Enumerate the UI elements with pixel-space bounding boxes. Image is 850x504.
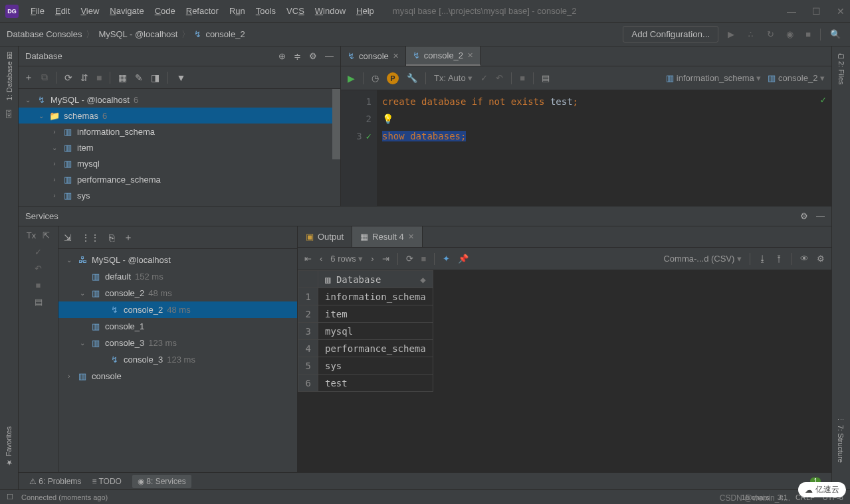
services-tree-row[interactable]: ⌄ 🖧 MySQL - @localhost: [58, 252, 297, 268]
tx-mode-dropdown[interactable]: Tx: Auto ▾: [434, 73, 473, 83]
schema-node[interactable]: ›▥performance_schema: [19, 171, 340, 187]
schema-dropdown[interactable]: ▥ information_schema ▾: [666, 73, 761, 83]
close-icon[interactable]: ✕: [467, 51, 473, 60]
table-icon[interactable]: ▦: [118, 72, 127, 83]
menu-run[interactable]: Run: [224, 3, 251, 19]
stop-icon[interactable]: ■: [520, 73, 525, 83]
close-icon[interactable]: ✕: [393, 52, 399, 60]
breadcrumb-c[interactable]: console_2: [205, 29, 245, 39]
chevron-down-icon[interactable]: ⌄: [37, 112, 45, 120]
chevron-down-icon[interactable]: ⌄: [51, 144, 58, 151]
hide-icon[interactable]: —: [325, 51, 334, 61]
download-icon[interactable]: ⭳: [758, 254, 767, 264]
editor-body[interactable]: 1 2 3✓ create database if not exists tes…: [341, 90, 831, 206]
settings-icon[interactable]: ⚙: [817, 254, 825, 264]
rollback-icon[interactable]: ↶: [35, 264, 42, 274]
menu-help[interactable]: Help: [351, 3, 379, 19]
maximize-button[interactable]: ☐: [812, 6, 821, 17]
pending-icon[interactable]: P: [387, 72, 399, 84]
cell[interactable]: sys: [318, 357, 433, 375]
chevron-right-icon[interactable]: ›: [51, 160, 58, 167]
coverage-icon[interactable]: ↻: [764, 28, 777, 41]
gear-icon[interactable]: ⚙: [800, 211, 808, 221]
database-tree[interactable]: ⌄ ↯ MySQL - @localhost 6 ⌄ 📁 schemas 6 ›…: [19, 89, 340, 206]
upload-icon[interactable]: ⭱: [775, 254, 784, 264]
export-format-dropdown[interactable]: Comma-...d (CSV) ▾: [663, 254, 742, 264]
inspection-ok-icon[interactable]: ✓: [821, 94, 826, 105]
editor-tab-console2[interactable]: ↯ console_2 ✕: [406, 46, 480, 66]
tab-problems[interactable]: ⚠ 6: Problems: [29, 477, 81, 486]
debug-icon[interactable]: ⛬: [744, 28, 758, 41]
tool-files[interactable]: 🗀 2: Files: [837, 52, 845, 85]
results-grid[interactable]: ▥ Database◆ 1information_schema2item3mys…: [298, 270, 831, 489]
chevron-right-icon[interactable]: ›: [51, 128, 58, 135]
target-icon[interactable]: ⊕: [278, 51, 286, 61]
console-icon[interactable]: ◨: [151, 72, 159, 83]
tx-icon[interactable]: Tx: [27, 230, 36, 240]
cell[interactable]: item: [318, 305, 433, 323]
profile-icon[interactable]: ◉: [784, 28, 796, 41]
schema-node[interactable]: ⌄▥item: [19, 139, 340, 155]
bulb-icon[interactable]: 💡: [382, 114, 393, 124]
menu-window[interactable]: Window: [310, 3, 351, 19]
rollback-icon[interactable]: ↶: [496, 73, 503, 83]
commit-icon[interactable]: ✓: [480, 73, 488, 83]
stop-icon[interactable]: ■: [803, 28, 813, 41]
search-icon[interactable]: 🔍: [827, 28, 843, 41]
scrollbar[interactable]: [332, 89, 340, 159]
tree-expander[interactable]: ⌄: [65, 256, 73, 264]
edit-icon[interactable]: ✎: [135, 72, 143, 83]
tab-output[interactable]: ▣Output: [298, 226, 352, 247]
chevron-right-icon[interactable]: ›: [51, 176, 58, 183]
stop-icon[interactable]: ■: [96, 72, 102, 83]
services-tree-row[interactable]: ↯ console_3 123 ms: [58, 351, 297, 368]
execute-icon[interactable]: ▶: [348, 73, 355, 84]
services-tree-row[interactable]: ⌄ ▥ console_2 48 ms: [58, 285, 297, 301]
add-icon[interactable]: ＋: [124, 232, 133, 244]
datasource-icon[interactable]: 🗄: [5, 110, 13, 120]
first-page-icon[interactable]: ⇤: [304, 254, 312, 264]
rows-count[interactable]: 6 rows ▾: [330, 254, 363, 264]
editor-tab-console[interactable]: ↯ console ✕: [341, 46, 406, 66]
tree-expander[interactable]: ›: [65, 373, 73, 380]
schema-node[interactable]: ›▥mysql: [19, 155, 340, 171]
cell[interactable]: information_schema: [318, 288, 433, 305]
services-tree-row[interactable]: ▥ default 152 ms: [58, 268, 297, 285]
services-tree[interactable]: ⌄ 🖧 MySQL - @localhost ▥ default 152 ms⌄…: [58, 249, 297, 489]
menu-navigate[interactable]: Navigate: [104, 3, 149, 19]
compare-icon[interactable]: ✦: [443, 254, 450, 264]
services-tree-row[interactable]: › ▥ console: [58, 368, 297, 384]
prev-page-icon[interactable]: ‹: [320, 254, 322, 264]
menu-code[interactable]: Code: [150, 3, 181, 19]
run-icon[interactable]: ▶: [725, 28, 737, 41]
wrench-icon[interactable]: 🔧: [407, 73, 417, 83]
add-icon[interactable]: ＋: [24, 72, 33, 84]
menu-edit[interactable]: Edit: [50, 3, 75, 19]
stop-icon[interactable]: ■: [36, 280, 41, 290]
schema-node[interactable]: ›▥sys: [19, 187, 340, 203]
menu-vcs[interactable]: VCS: [281, 3, 310, 19]
hide-icon[interactable]: —: [816, 211, 825, 221]
close-icon[interactable]: ✕: [408, 232, 414, 241]
menu-refactor[interactable]: Refactor: [181, 3, 224, 19]
menu-file[interactable]: File: [25, 3, 50, 19]
expand-icon[interactable]: ⇱: [43, 230, 50, 240]
tool-structure[interactable]: ⋮ 7: Structure: [837, 416, 845, 463]
services-tree-row[interactable]: ▥ console_1: [58, 318, 297, 335]
chevron-down-icon[interactable]: ⌄: [24, 96, 32, 104]
menu-view[interactable]: View: [75, 3, 104, 19]
tool-favorites[interactable]: ★ Favorites: [4, 426, 13, 467]
schema-node[interactable]: ›▥information_schema: [19, 124, 340, 139]
refresh-icon[interactable]: ⟳: [64, 72, 72, 83]
next-page-icon[interactable]: ›: [371, 254, 373, 264]
tool-database[interactable]: 1: Database 🗄: [5, 52, 13, 100]
filter-icon[interactable]: ▼: [176, 72, 185, 83]
sync-icon[interactable]: ⇵: [80, 72, 88, 83]
tab-todo[interactable]: ≡ TODO: [92, 477, 122, 486]
minimize-button[interactable]: —: [787, 6, 796, 17]
breadcrumb-a[interactable]: Database Consoles: [7, 29, 82, 39]
duplicate-icon[interactable]: ⧉: [41, 72, 48, 83]
breadcrumb-b[interactable]: MySQL - @localhost: [98, 29, 177, 39]
explain-icon[interactable]: ▤: [542, 73, 550, 83]
cell[interactable]: test: [318, 375, 433, 392]
